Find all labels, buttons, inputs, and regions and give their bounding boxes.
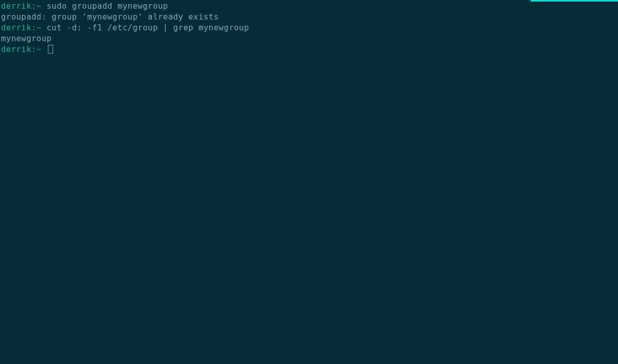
terminal-line: mynewgroup [1, 33, 617, 44]
prompt: derrik:~ [1, 23, 42, 32]
prompt: derrik:~ [1, 45, 42, 54]
terminal-line: groupadd: group 'mynewgroup' already exi… [1, 12, 617, 23]
command-text: sudo groupadd mynewgroup [42, 2, 168, 11]
terminal-area[interactable]: derrik:~ sudo groupadd mynewgroup groupa… [1, 1, 617, 55]
command-text [42, 45, 47, 54]
terminal-line: derrik:~ [1, 44, 617, 55]
window-accent-bar [530, 0, 618, 2]
terminal-line: derrik:~ cut -d: -f1 /etc/group | grep m… [1, 23, 617, 33]
prompt: derrik:~ [1, 2, 42, 11]
output-text: groupadd: group 'mynewgroup' already exi… [1, 12, 219, 22]
cursor-icon [48, 45, 53, 54]
terminal-line: derrik:~ sudo groupadd mynewgroup [1, 1, 617, 12]
output-text: mynewgroup [1, 34, 52, 43]
command-text: cut -d: -f1 /etc/group | grep mynewgroup [42, 23, 249, 32]
